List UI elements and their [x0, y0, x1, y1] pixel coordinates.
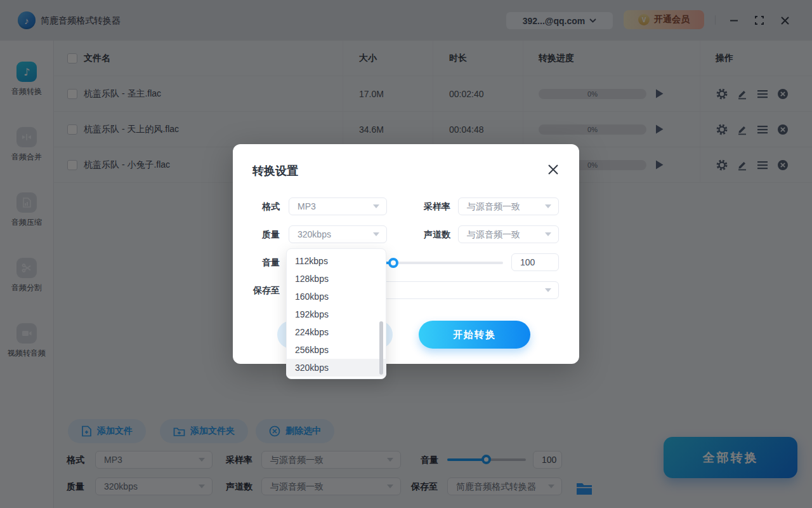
saveto-label: 保存至 [251, 281, 280, 299]
caret-down-icon [545, 288, 551, 292]
volume-input[interactable]: 100 [511, 253, 559, 271]
dialog-close-button[interactable] [546, 163, 560, 177]
dropdown-scrollbar[interactable] [379, 321, 383, 375]
volume-label: 音量 [251, 253, 280, 271]
dropdown-option[interactable]: 256kbps [287, 341, 386, 359]
format-select[interactable]: MP3 [289, 197, 387, 215]
quality-select[interactable]: 320kbps [289, 225, 387, 243]
format-label: 格式 [251, 197, 280, 215]
dropdown-option[interactable]: 128kbps [287, 270, 386, 288]
samplerate-label: 采样率 [421, 197, 450, 215]
close-icon [547, 164, 559, 175]
caret-down-icon [373, 232, 379, 236]
dropdown-option-selected[interactable]: 320kbps [287, 359, 386, 377]
dropdown-option[interactable]: 112kbps [287, 252, 386, 270]
start-convert-button[interactable]: 开始转换 [419, 321, 530, 349]
slider-handle[interactable] [388, 258, 398, 268]
dropdown-option[interactable]: 224kbps [287, 323, 386, 341]
conversion-settings-dialog: 转换设置 格式 MP3 采样率 与源音频一致 质量 320kbps 声道数 与源… [233, 144, 579, 364]
dialog-title: 转换设置 [252, 163, 298, 178]
quality-dropdown-menu: 112kbps 128kbps 160kbps 192kbps 224kbps … [286, 248, 386, 379]
channels-label: 声道数 [421, 225, 450, 243]
channels-select[interactable]: 与源音频一致 [458, 225, 559, 243]
quality-label: 质量 [251, 225, 280, 243]
caret-down-icon [545, 232, 551, 236]
dropdown-option[interactable]: 192kbps [287, 305, 386, 323]
caret-down-icon [545, 204, 551, 208]
samplerate-select[interactable]: 与源音频一致 [458, 197, 559, 215]
dropdown-option[interactable]: 160kbps [287, 288, 386, 305]
caret-down-icon [373, 204, 379, 208]
